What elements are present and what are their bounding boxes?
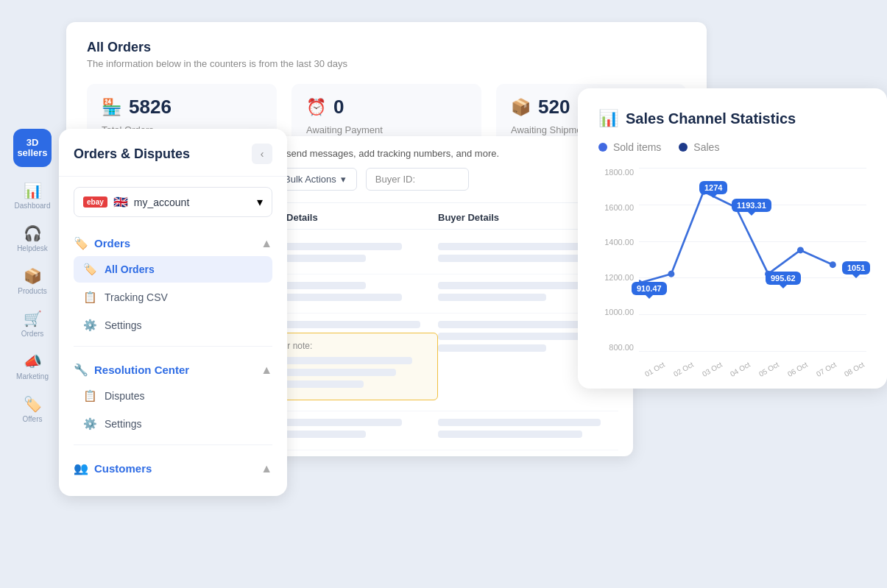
orders-section-label: Orders bbox=[94, 237, 130, 249]
rc-settings-icon: ⚙️ bbox=[82, 417, 97, 431]
customers-icon: 👥 bbox=[74, 461, 88, 475]
orders-section: 🏷️ Orders ▲ 🏷️ All Orders 📋 Tracking CSV… bbox=[59, 227, 287, 339]
awaiting-payment-label: Awaiting Payment bbox=[306, 124, 467, 135]
marketing-icon: 📣 bbox=[24, 353, 42, 370]
sidebar-header: Orders & Disputes ‹ bbox=[59, 144, 287, 177]
customers-section: 👥 Customers ▲ bbox=[59, 453, 287, 475]
dashboard-icon: 📊 bbox=[24, 182, 42, 199]
y-label-1600: 1600.00 bbox=[598, 203, 634, 212]
buyer-id-field[interactable]: Buyer ID: bbox=[366, 168, 469, 191]
resolution-center-section: 🔧 Resolution Center ▲ 📋 Disputes ⚙️ Sett… bbox=[59, 354, 287, 437]
legend-sales: Sales bbox=[679, 141, 719, 153]
data-label-1193: 1193.31 bbox=[732, 199, 771, 212]
awaiting-shipment-value: 520 bbox=[538, 96, 570, 118]
sales-dot bbox=[679, 143, 688, 152]
orders-panel: days - send messages, add tracking numbe… bbox=[243, 136, 633, 456]
sold-items-label: Sold items bbox=[613, 141, 661, 153]
marketing-label: Marketing bbox=[16, 372, 49, 380]
dashboard-label: Dashboard bbox=[15, 202, 51, 210]
y-label-1800: 1800.00 bbox=[598, 168, 634, 177]
nav-rc-settings[interactable]: ⚙️ Settings bbox=[74, 411, 272, 437]
x-label-03oct: 03 Oct bbox=[701, 361, 724, 378]
uk-flag-icon: 🇬🇧 bbox=[113, 195, 128, 209]
resolution-center-title[interactable]: 🔧 Resolution Center bbox=[74, 363, 189, 377]
total-orders-value: 5826 bbox=[129, 96, 172, 118]
data-label-1274: 1274 bbox=[699, 181, 727, 194]
sidebar-item-marketing[interactable]: 📣 Marketing bbox=[10, 347, 54, 386]
y-label-1400: 1400.00 bbox=[598, 238, 634, 247]
sales-chart-icon: 📊 bbox=[598, 109, 618, 128]
sidebar-item-orders[interactable]: 🛒 Orders bbox=[10, 304, 54, 344]
buyer-id-label: Buyer ID: bbox=[375, 174, 415, 185]
nav-divider-2 bbox=[74, 444, 272, 445]
rc-settings-label: Settings bbox=[105, 418, 142, 430]
nav-tracking-csv[interactable]: 📋 Tracking CSV bbox=[74, 284, 272, 311]
x-label-08oct: 08 Oct bbox=[843, 361, 866, 378]
sidebar-item-offers[interactable]: 🏷️ Offers bbox=[10, 389, 54, 429]
offers-label: Offers bbox=[22, 415, 42, 423]
orders-settings-label: Settings bbox=[105, 319, 142, 331]
resolution-center-chevron-icon: ▲ bbox=[261, 364, 272, 377]
chevron-down-icon: ▾ bbox=[341, 174, 346, 185]
orders-section-title[interactable]: 🏷️ Orders bbox=[74, 236, 130, 250]
app-logo-text: 3Dsellers bbox=[17, 138, 47, 159]
nav-orders-settings[interactable]: ⚙️ Settings bbox=[74, 312, 272, 339]
nav-disputes[interactable]: 📋 Disputes bbox=[74, 383, 272, 409]
table-header: Order Details Buyer Details bbox=[258, 203, 618, 230]
orders-section-icon: 🏷️ bbox=[74, 236, 88, 250]
tracking-csv-icon: 📋 bbox=[82, 291, 97, 304]
helpdesk-label: Helpdesk bbox=[17, 244, 48, 252]
products-label: Products bbox=[18, 287, 46, 295]
ebay-badge: ebay bbox=[83, 196, 107, 208]
disputes-icon: 📋 bbox=[82, 389, 97, 403]
sidebar-item-helpdesk[interactable]: 🎧 Helpdesk bbox=[10, 219, 54, 258]
total-orders-icon: 🏪 bbox=[102, 98, 121, 117]
tracking-csv-label: Tracking CSV bbox=[105, 291, 168, 303]
customers-section-title[interactable]: 👥 Customers bbox=[74, 461, 152, 475]
account-selector[interactable]: ebay 🇬🇧 my_account ▾ bbox=[74, 187, 272, 217]
sales-label: Sales bbox=[693, 141, 719, 153]
helpdesk-icon: 🎧 bbox=[24, 224, 42, 242]
data-label-995: 995.62 bbox=[766, 272, 801, 285]
x-label-05oct: 05 Oct bbox=[757, 361, 780, 378]
account-chevron-icon: ▾ bbox=[257, 195, 263, 209]
data-label-910: 910.47 bbox=[632, 282, 667, 295]
x-axis: 01 Oct 02 Oct 03 Oct 04 Oct 05 Oct 06 Oc… bbox=[639, 366, 866, 374]
collapse-button[interactable]: ‹ bbox=[252, 144, 272, 164]
orders-label: Orders bbox=[21, 330, 44, 338]
x-label-01oct: 01 Oct bbox=[643, 361, 666, 378]
awaiting-payment-value: 0 bbox=[333, 96, 344, 118]
chart-legend: Sold items Sales bbox=[598, 141, 866, 153]
resolution-center-icon: 🔧 bbox=[74, 363, 88, 377]
customers-chevron-icon: ▲ bbox=[261, 462, 272, 475]
app-logo: 3Dsellers bbox=[13, 129, 52, 167]
account-name: my_account bbox=[134, 196, 189, 208]
nav-all-orders[interactable]: 🏷️ All Orders bbox=[74, 256, 272, 283]
orders-disputes-sidebar: Orders & Disputes ‹ ebay 🇬🇧 my_account ▾… bbox=[59, 129, 287, 496]
left-sidebar: 3Dsellers 📊 Dashboard 🎧 Helpdesk 📦 Produ… bbox=[7, 129, 57, 429]
sales-chart-title: Sales Channel Statistics bbox=[626, 110, 796, 127]
chart-svg bbox=[639, 168, 866, 333]
svg-point-1 bbox=[668, 271, 674, 277]
customers-label: Customers bbox=[94, 462, 152, 475]
awaiting-payment-icon: ⏰ bbox=[306, 98, 326, 117]
buyer-note-label: Buyer note: bbox=[267, 341, 428, 351]
sales-chart-card: 📊 Sales Channel Statistics Sold items Sa… bbox=[578, 88, 887, 389]
all-orders-nav-label: All Orders bbox=[105, 263, 155, 275]
all-orders-title: All Orders bbox=[87, 40, 686, 55]
y-label-800: 800.00 bbox=[598, 343, 634, 352]
orders-section-chevron-icon: ▲ bbox=[261, 237, 272, 250]
all-orders-subtitle: The information below in the counters is… bbox=[87, 58, 686, 69]
x-label-04oct: 04 Oct bbox=[729, 361, 752, 378]
orders-panel-message: days - send messages, add tracking numbe… bbox=[258, 148, 618, 159]
table-row bbox=[258, 411, 618, 450]
offers-icon: 🏷️ bbox=[24, 395, 42, 413]
chart-inner: 910.47 1274 1193.31 995.62 1051 bbox=[639, 168, 866, 352]
sidebar-item-dashboard[interactable]: 📊 Dashboard bbox=[10, 176, 54, 216]
orders-toolbar: ⚡ Bulk Actions ▾ Buyer ID: bbox=[258, 168, 618, 191]
nav-divider-1 bbox=[74, 346, 272, 347]
svg-point-6 bbox=[830, 261, 836, 268]
sidebar-item-products[interactable]: 📦 Products bbox=[10, 261, 54, 301]
legend-sold-items: Sold items bbox=[598, 141, 661, 153]
sidebar-title: Orders & Disputes bbox=[74, 146, 190, 162]
